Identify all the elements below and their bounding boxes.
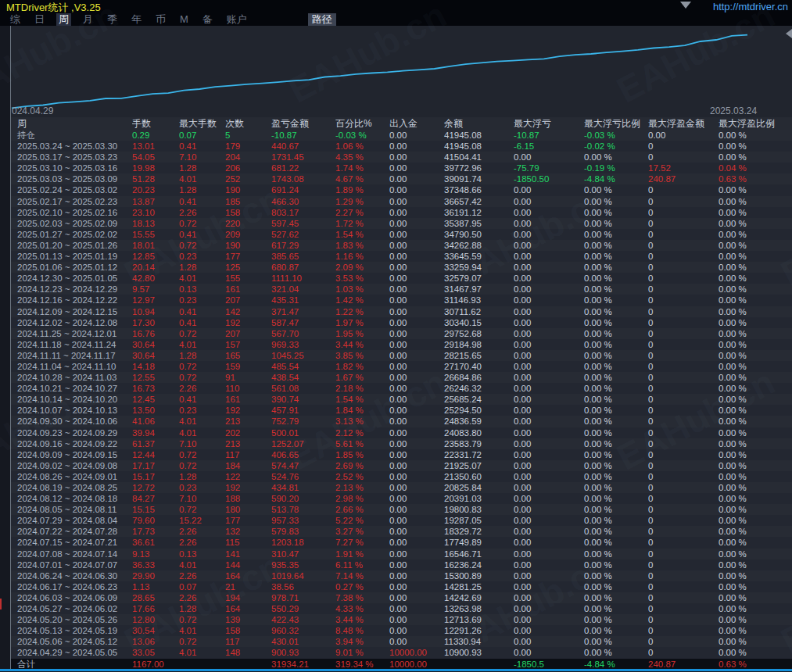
table-row: 2025.02.03 ~ 2025.02.0918.130.72220597.4…	[11, 218, 792, 229]
table-cell: 35387.95	[444, 218, 514, 229]
table-row: 2024.12.16 ~ 2024.12.2212.970.23207435.3…	[11, 295, 792, 306]
table-cell: 0	[648, 328, 719, 339]
table-cell: 21350.60	[444, 471, 514, 482]
table-cell: 0	[648, 482, 719, 493]
table-cell: 1.28	[179, 184, 225, 195]
menu-item-备[interactable]: 备	[200, 13, 215, 26]
table-cell: 0.00	[514, 295, 584, 306]
table-row: 2024.12.02 ~ 2024.12.0817.300.41192587.4…	[11, 317, 792, 328]
table-cell: 0.00	[389, 372, 444, 383]
table-cell: 0.00 %	[584, 526, 648, 537]
table-cell: 567.70	[271, 328, 335, 339]
table-cell: 0.41	[179, 229, 225, 240]
table-cell: 0.00 %	[719, 350, 792, 361]
table-row: 2024.12.30 ~ 2025.01.0542.804.011551111.…	[11, 273, 792, 284]
table-cell: 29752.68	[444, 328, 514, 339]
table-cell: 3.44 %	[335, 614, 389, 625]
table-cell: 0.00 %	[719, 184, 792, 195]
table-cell: 0.72	[179, 372, 225, 383]
table-cell: 16.73	[132, 383, 179, 394]
table-cell: 0	[648, 405, 719, 416]
table-cell: 0.00 %	[584, 405, 648, 416]
table-cell: 0	[648, 372, 719, 383]
table-cell: 390.74	[271, 394, 335, 405]
table-cell: 0.00	[389, 141, 444, 152]
table-cell: 0.72	[179, 460, 225, 471]
table-cell: 1.82 %	[335, 361, 389, 372]
table-cell: 0	[648, 460, 719, 471]
table-cell: 22331.72	[444, 449, 514, 460]
table-cell: 0	[648, 636, 719, 647]
dropdown-arrow-icon[interactable]	[680, 2, 691, 9]
table-cell: 0.00	[389, 581, 444, 592]
table-cell: 752.79	[271, 416, 335, 427]
table-cell: 978.71	[271, 592, 335, 603]
table-cell: 18329.72	[444, 526, 514, 537]
table-cell: 0.00	[389, 592, 444, 603]
table-cell: 969.33	[271, 339, 335, 350]
table-cell: 0.00	[514, 229, 584, 240]
table-cell: 2024.12.02 ~ 2024.12.08	[11, 317, 132, 328]
table-cell: 0.00 %	[584, 196, 648, 207]
path-button[interactable]: 路径	[308, 13, 336, 26]
table-cell: 38.56	[271, 581, 335, 592]
website-link[interactable]: http://mtdriver.cn	[713, 1, 788, 13]
table-cell: 0	[648, 438, 719, 449]
table-cell: 1.91 %	[335, 549, 389, 559]
table-cell: 2.52 %	[335, 471, 389, 482]
table-cell: 0.00 %	[719, 317, 792, 328]
table-cell: 2.12 %	[335, 427, 389, 438]
menu-item-月[interactable]: 月	[81, 13, 95, 26]
table-cell: 0	[648, 240, 719, 251]
table-cell: 0.00	[514, 515, 584, 526]
menu-item-年[interactable]: 年	[129, 13, 144, 26]
table-cell: 0.63 %	[719, 659, 792, 670]
table-cell: 7.10	[179, 438, 225, 449]
table-cell: 0.00	[514, 614, 584, 625]
table-row: 2025.02.24 ~ 2025.03.0220.231.28190691.2…	[11, 184, 792, 195]
table-cell: 36.61	[132, 537, 179, 548]
table-cell: 148	[225, 647, 271, 658]
table-cell: 1.13	[132, 581, 179, 592]
table-cell: 1.97 %	[335, 317, 389, 328]
menu-item-综[interactable]: 综	[8, 13, 23, 26]
table-cell: 0.00	[514, 152, 584, 163]
table-cell: 0.00 %	[584, 184, 648, 195]
menu-item-季[interactable]: 季	[105, 13, 120, 26]
table-cell: 0.00	[514, 504, 584, 515]
table-cell: 9.01 %	[335, 647, 389, 658]
table-cell: 26246.32	[444, 383, 514, 394]
table-cell: 4.01	[179, 416, 225, 427]
table-cell: 184	[225, 460, 271, 471]
menu-item-周[interactable]: 周	[56, 13, 71, 26]
table-cell: 0.00 %	[584, 537, 648, 548]
table-cell: 15300.89	[444, 570, 514, 581]
menu-item-币[interactable]: 币	[153, 13, 168, 26]
table-cell: 161	[225, 394, 271, 405]
table-cell: 84.27	[132, 493, 179, 504]
table-cell: 0.00 %	[584, 295, 648, 306]
table-cell: 0.00 %	[584, 262, 648, 273]
table-row: 2024.08.12 ~ 2024.08.1884.277.10188590.2…	[11, 493, 792, 504]
table-cell: 202	[225, 427, 271, 438]
table-cell: -4.84 %	[584, 659, 648, 670]
column-header: 最大浮盈比例	[719, 117, 792, 130]
table-cell: 0.00	[389, 438, 444, 449]
table-cell: 485.54	[271, 361, 335, 372]
menu-item-账户[interactable]: 账户	[224, 13, 249, 26]
table-cell: 0	[648, 592, 719, 603]
table-cell: 0	[648, 493, 719, 504]
table-cell: 13.06	[132, 636, 179, 647]
menu-bar-items: 综日周月季年币M备账户	[8, 13, 249, 26]
collapse-arrow-icon[interactable]	[786, 29, 792, 38]
table-cell: 0.00 %	[719, 482, 792, 493]
table-cell: 30.54	[132, 625, 179, 636]
menu-item-M[interactable]: M	[177, 13, 191, 26]
table-cell: 17.66	[132, 603, 179, 614]
table-cell: -1850.50	[514, 173, 584, 184]
table-cell: 192	[225, 317, 271, 328]
menu-item-日[interactable]: 日	[32, 13, 47, 26]
table-cell: 0.00 %	[719, 207, 792, 218]
table-row: 2025.01.06 ~ 2025.01.1220.141.28125680.8…	[11, 262, 792, 273]
table-cell: 0.00	[389, 603, 444, 614]
